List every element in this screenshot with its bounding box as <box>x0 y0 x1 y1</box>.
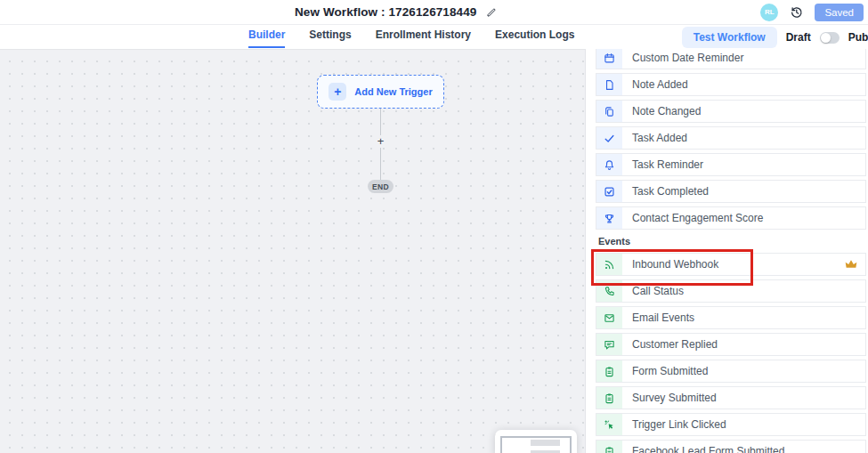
calendar-icon <box>596 47 622 69</box>
top-header: New Workflow : 1726126718449 RL Saved <box>0 0 868 25</box>
trigger-item[interactable]: Task Added <box>596 126 866 150</box>
trigger-item[interactable]: Note Added <box>596 73 866 96</box>
trigger-item-label: Form Submitted <box>632 365 708 377</box>
trigger-item[interactable]: Form Submitted <box>596 360 866 383</box>
trigger-item[interactable]: Task Completed <box>596 180 866 203</box>
webhook-icon <box>596 254 622 275</box>
trigger-item-label: Task Reminder <box>632 158 703 171</box>
chat-icon <box>596 334 622 355</box>
trigger-item[interactable]: Email Events <box>596 306 866 329</box>
mail-icon <box>596 307 622 328</box>
tab-builder[interactable]: Builder <box>248 24 285 48</box>
trigger-sidebar: Custom Date ReminderNote AddedNote Chang… <box>585 44 868 453</box>
publish-label: Publish <box>848 31 868 44</box>
trigger-item-label: Survey Submitted <box>632 392 717 404</box>
section-header: Events <box>598 233 866 252</box>
tab-enrollment-history[interactable]: Enrollment History <box>376 24 471 48</box>
cursor-click-icon <box>596 414 622 435</box>
tab-execution-logs[interactable]: Execution Logs <box>495 24 574 48</box>
clipboard-icon <box>596 360 622 382</box>
bell-icon <box>596 154 622 175</box>
phone-icon <box>596 280 622 302</box>
trigger-item[interactable]: Custom Date Reminder <box>596 46 866 69</box>
trigger-item-label: Note Changed <box>632 105 701 117</box>
draft-label: Draft <box>786 31 811 44</box>
note-copy-icon <box>596 101 622 122</box>
crown-icon <box>845 258 857 271</box>
add-new-trigger-button[interactable]: + Add New Trigger <box>317 75 444 109</box>
tab-bar: BuilderSettingsEnrollment HistoryExecuti… <box>0 24 868 49</box>
trigger-item[interactable]: Trigger Link Clicked <box>596 413 866 436</box>
trigger-item-label: Note Added <box>632 78 688 91</box>
trigger-item-label: Email Events <box>632 311 694 324</box>
trigger-item-label: Facebook Lead Form Submitted <box>632 445 784 453</box>
preview-placeholder-bar <box>531 440 560 446</box>
clipboard-icon <box>596 387 622 409</box>
end-node: END <box>368 180 393 193</box>
trigger-item[interactable]: Call Status <box>596 279 866 303</box>
trigger-item-label: Task Completed <box>632 185 709 198</box>
workflow-builder-app: New Workflow : 1726126718449 RL Saved Bu… <box>0 0 868 453</box>
note-icon <box>596 74 622 95</box>
workflow-title: New Workflow : 1726126718449 <box>295 5 476 19</box>
trigger-item[interactable]: Contact Engagement Score <box>596 206 866 230</box>
trigger-item[interactable]: Customer Replied <box>596 333 866 356</box>
toggle-knob <box>821 33 831 43</box>
edit-title-icon[interactable] <box>486 7 497 18</box>
tab-list: BuilderSettingsEnrollment HistoryExecuti… <box>248 24 574 49</box>
add-new-trigger-label: Add New Trigger <box>354 86 432 97</box>
tab-settings[interactable]: Settings <box>309 24 351 48</box>
trigger-item[interactable]: Facebook Lead Form Submitted <box>596 440 866 453</box>
check-square-icon <box>596 181 622 202</box>
saved-button[interactable]: Saved <box>815 4 864 21</box>
clipboard-icon <box>596 441 622 453</box>
trigger-item-label: Trigger Link Clicked <box>632 418 726 431</box>
test-workflow-button[interactable]: Test Workflow <box>682 27 777 48</box>
trigger-item[interactable]: Task Reminder <box>596 153 866 176</box>
trophy-icon <box>596 207 622 229</box>
add-step-plus-button[interactable]: + <box>374 135 387 148</box>
publish-toggle[interactable] <box>820 32 840 44</box>
trigger-item-label: Task Added <box>632 132 687 144</box>
trigger-list: Custom Date ReminderNote AddedNote Chang… <box>596 46 866 453</box>
check-icon <box>596 127 622 149</box>
trigger-item[interactable]: Survey Submitted <box>596 386 866 409</box>
trigger-item-label: Inbound Webhook <box>632 258 718 271</box>
trigger-item-label: Customer Replied <box>632 338 718 351</box>
preview-window <box>500 436 572 453</box>
trigger-item[interactable]: Note Changed <box>596 100 866 123</box>
avatar[interactable]: RL <box>760 4 778 21</box>
trigger-item-label: Contact Engagement Score <box>632 212 763 224</box>
preview-card[interactable] <box>495 430 577 453</box>
plus-icon: + <box>329 83 346 101</box>
history-icon[interactable] <box>790 5 803 19</box>
trigger-item-label: Call Status <box>632 285 684 297</box>
workflow-canvas[interactable]: + Add New Trigger + END <box>0 49 585 453</box>
trigger-item-label: Custom Date Reminder <box>632 52 743 64</box>
trigger-item[interactable]: Inbound Webhook <box>596 253 866 276</box>
